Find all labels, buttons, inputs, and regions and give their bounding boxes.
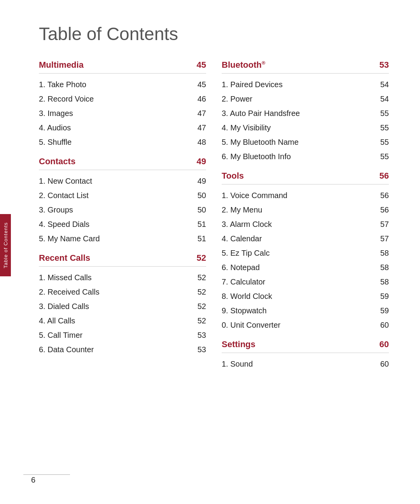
list-item: 2. Record Voice 46: [39, 92, 206, 106]
list-item: 4. Audios 47: [39, 121, 206, 135]
item-label: 1. Voice Command: [222, 191, 287, 200]
list-item: 3. Groups 50: [39, 203, 206, 217]
list-item: 6. Notepad 58: [222, 260, 389, 275]
item-page: 52: [198, 273, 206, 282]
item-label: 3. Auto Pair Handsfree: [222, 109, 300, 118]
item-label: 3. Dialed Calls: [39, 302, 89, 311]
item-label: 1. New Contact: [39, 177, 92, 186]
section-header-multimedia: Multimedia 45: [39, 60, 206, 74]
section-title-settings: Settings: [222, 339, 256, 349]
list-item: 5. Call Timer 53: [39, 328, 206, 342]
item-label: 5. Shuffle: [39, 138, 72, 147]
item-label: 2. Power: [222, 95, 252, 104]
list-item: 1. Take Photo 45: [39, 77, 206, 92]
left-column: Multimedia 45 1. Take Photo 45 2. Record…: [39, 60, 222, 378]
item-label: 2. My Menu: [222, 205, 262, 214]
section-multimedia: Multimedia 45 1. Take Photo 45 2. Record…: [39, 60, 206, 149]
bottom-divider: [23, 474, 70, 475]
item-page: 60: [380, 321, 389, 330]
item-label: 1. Sound: [222, 360, 253, 369]
page-container: Table of Contents Table of Contents Mult…: [0, 0, 420, 504]
section-title-multimedia: Multimedia: [39, 60, 84, 70]
item-label: 4. All Calls: [39, 316, 75, 325]
item-page: 54: [380, 80, 389, 89]
item-label: 2. Received Calls: [39, 288, 100, 297]
section-tools: Tools 56 1. Voice Command 56 2. My Menu …: [222, 171, 389, 332]
section-title-recent-calls: Recent Calls: [39, 253, 90, 263]
list-item: 5. Ez Tip Calc 58: [222, 246, 389, 260]
right-column: Bluetooth® 53 1. Paired Devices 54 2. Po…: [222, 60, 389, 378]
list-item: 4. Calendar 57: [222, 232, 389, 246]
list-item: 2. Power 54: [222, 92, 389, 106]
list-item: 3. Images 47: [39, 106, 206, 121]
section-header-tools: Tools 56: [222, 171, 389, 184]
list-item: 3. Dialed Calls 52: [39, 299, 206, 314]
item-page: 47: [198, 123, 206, 132]
list-item: 5. My Bluetooth Name 55: [222, 135, 389, 149]
list-item: 8. World Clock 59: [222, 289, 389, 304]
section-page-contacts: 49: [197, 156, 206, 167]
side-tab: Table of Contents: [0, 214, 11, 276]
item-page: 53: [198, 345, 206, 354]
item-page: 60: [380, 360, 389, 369]
list-item: 2. Contact List 50: [39, 188, 206, 203]
list-item: 3. Alarm Clock 57: [222, 217, 389, 232]
item-label: 6. My Bluetooth Info: [222, 152, 291, 161]
section-recent-calls: Recent Calls 52 1. Missed Calls 52 2. Re…: [39, 253, 206, 357]
section-header-recent-calls: Recent Calls 52: [39, 253, 206, 267]
item-page: 55: [380, 152, 389, 161]
section-header-contacts: Contacts 49: [39, 156, 206, 170]
list-item: 0. Unit Converter 60: [222, 318, 389, 332]
item-label: 4. Audios: [39, 123, 71, 132]
page-number: 6: [31, 476, 35, 485]
page-title: Table of Contents: [39, 23, 389, 44]
list-item: 1. Sound 60: [222, 357, 389, 371]
section-page-tools: 56: [380, 171, 389, 181]
item-page: 53: [198, 331, 206, 340]
list-item: 6. My Bluetooth Info 55: [222, 149, 389, 164]
list-item: 7. Calculator 58: [222, 275, 389, 289]
list-item: 2. Received Calls 52: [39, 285, 206, 299]
item-label: 8. World Clock: [222, 292, 272, 301]
list-item: 1. New Contact 49: [39, 174, 206, 188]
item-label: 0. Unit Converter: [222, 321, 280, 330]
list-item: 3. Auto Pair Handsfree 55: [222, 106, 389, 121]
item-page: 55: [380, 138, 389, 147]
list-item: 6. Data Counter 53: [39, 342, 206, 357]
item-label: 6. Notepad: [222, 263, 260, 272]
item-label: 9. Stopwatch: [222, 306, 267, 315]
registered-mark: ®: [262, 60, 266, 66]
item-page: 52: [198, 316, 206, 325]
item-page: 50: [198, 191, 206, 200]
item-label: 3. Alarm Clock: [222, 220, 272, 229]
item-page: 50: [198, 205, 206, 214]
item-label: 1. Missed Calls: [39, 273, 92, 282]
item-page: 46: [198, 95, 206, 104]
item-label: 3. Images: [39, 109, 73, 118]
section-page-multimedia: 45: [197, 60, 206, 70]
item-page: 56: [380, 191, 389, 200]
section-bluetooth: Bluetooth® 53 1. Paired Devices 54 2. Po…: [222, 60, 389, 164]
list-item: 5. My Name Card 51: [39, 232, 206, 246]
section-page-bluetooth: 53: [380, 60, 389, 70]
item-page: 47: [198, 109, 206, 118]
item-label: 5. My Name Card: [39, 234, 100, 243]
section-page-recent-calls: 52: [197, 253, 206, 263]
list-item: 1. Paired Devices 54: [222, 77, 389, 92]
item-label: 2. Record Voice: [39, 95, 94, 104]
list-item: 4. Speed Dials 51: [39, 217, 206, 232]
item-page: 51: [198, 220, 206, 229]
item-page: 52: [198, 302, 206, 311]
item-page: 56: [380, 205, 389, 214]
item-label: 4. Calendar: [222, 234, 262, 243]
content-area: Multimedia 45 1. Take Photo 45 2. Record…: [39, 60, 389, 378]
side-tab-label: Table of Contents: [3, 222, 9, 268]
item-page: 58: [380, 249, 389, 258]
item-page: 57: [380, 220, 389, 229]
list-item: 4. All Calls 52: [39, 314, 206, 328]
item-page: 52: [198, 288, 206, 297]
list-item: 9. Stopwatch 59: [222, 304, 389, 318]
section-title-tools: Tools: [222, 171, 244, 181]
list-item: 5. Shuffle 48: [39, 135, 206, 149]
item-label: 1. Take Photo: [39, 80, 86, 89]
